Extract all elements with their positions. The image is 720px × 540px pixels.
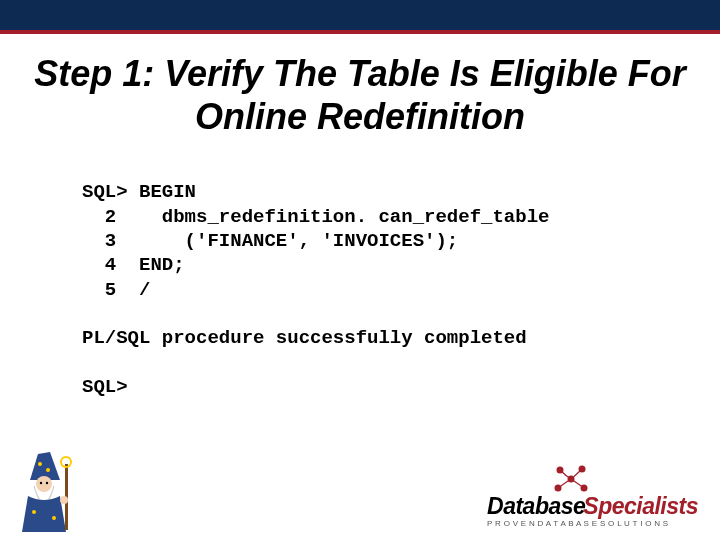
top-bar bbox=[0, 0, 720, 34]
logo-block: DatabaseSpecialists P R O V E N D A T A … bbox=[487, 495, 698, 528]
svg-point-9 bbox=[60, 496, 68, 504]
wizard-icon bbox=[10, 446, 84, 534]
logo-mark-icon bbox=[550, 462, 592, 496]
svg-point-2 bbox=[36, 476, 52, 492]
code-block: SQL> BEGIN 2 dbms_redefinition. can_rede… bbox=[82, 180, 720, 399]
code-line: 4 END; bbox=[82, 254, 185, 276]
code-line: SQL> BEGIN bbox=[82, 181, 196, 203]
code-result: PL/SQL procedure successfully completed bbox=[82, 327, 527, 349]
logo-tagline: P R O V E N D A T A B A S E S O L U T I … bbox=[487, 519, 698, 528]
code-line: 3 ('FINANCE', 'INVOICES'); bbox=[82, 230, 458, 252]
code-line: 2 dbms_redefinition. can_redef_table bbox=[82, 206, 549, 228]
code-prompt: SQL> bbox=[82, 376, 128, 398]
logo-word-1: Database bbox=[487, 493, 585, 519]
svg-point-4 bbox=[46, 482, 48, 484]
logo-word-2: Specialists bbox=[583, 493, 698, 519]
slide-title: Step 1: Verify The Table Is Eligible For… bbox=[0, 34, 720, 148]
svg-point-5 bbox=[32, 510, 36, 514]
svg-point-6 bbox=[52, 516, 56, 520]
svg-point-0 bbox=[38, 462, 42, 466]
code-line: 5 / bbox=[82, 279, 150, 301]
svg-point-1 bbox=[46, 468, 50, 472]
svg-point-3 bbox=[40, 482, 42, 484]
